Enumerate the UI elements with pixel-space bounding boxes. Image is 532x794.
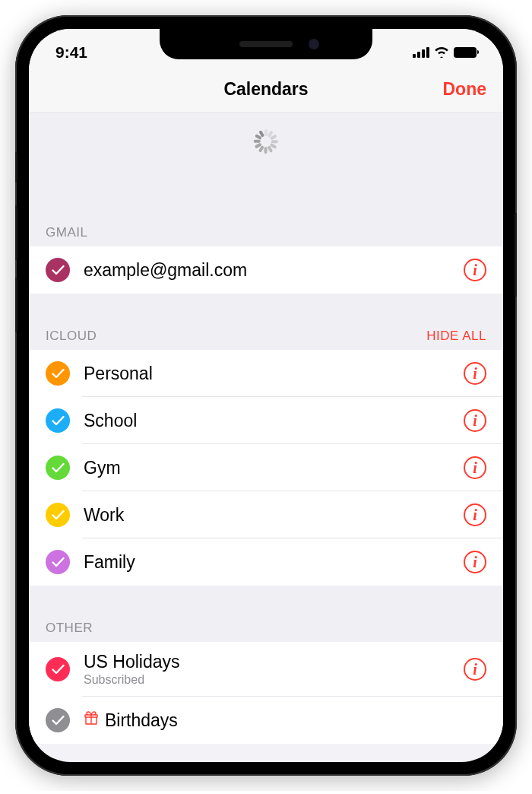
section-header-other: OTHER [29, 615, 503, 642]
calendar-name: US Holidays [84, 652, 464, 672]
section-header-gmail: GMAIL [29, 219, 503, 246]
calendar-name-text: Birthdays [105, 710, 178, 731]
section-label: OTHER [46, 621, 93, 636]
row-text: Work [70, 505, 464, 526]
info-button[interactable]: i [464, 456, 486, 479]
row-text: Family [70, 552, 464, 573]
checkmark-icon [46, 456, 70, 480]
info-button[interactable]: i [464, 658, 486, 681]
calendar-row[interactable]: Gymi [29, 444, 503, 491]
checkmark-icon [46, 258, 70, 282]
status-right [413, 43, 477, 62]
checkmark-icon [46, 657, 70, 681]
calendar-row[interactable]: Birthdays [29, 697, 503, 744]
row-text: Birthdays [70, 710, 486, 731]
checkmark-icon [46, 550, 70, 574]
checkmark-icon [46, 361, 70, 386]
calendar-row[interactable]: Familyi [29, 538, 503, 586]
front-camera [309, 39, 319, 49]
power-button [515, 213, 517, 297]
mute-switch [15, 152, 17, 183]
calendar-name: Work [84, 505, 464, 526]
calendar-row[interactable]: Worki [29, 491, 503, 538]
cellular-signal-icon [413, 47, 429, 58]
volume-down-button [15, 278, 17, 332]
nav-bar: Calendars Done [29, 67, 503, 113]
section-label: GMAIL [46, 225, 87, 240]
calendar-row[interactable]: Schooli [29, 397, 503, 444]
calendar-row[interactable]: Personali [29, 350, 503, 397]
list-other: US Holidays Subscribed i Birthdays [29, 642, 503, 744]
spinner-icon [254, 129, 278, 154]
calendar-row[interactable]: example@gmail.com i [29, 246, 503, 294]
done-button[interactable]: Done [443, 79, 487, 100]
info-button[interactable]: i [464, 362, 486, 385]
list-icloud: PersonaliSchooliGymiWorkiFamilyi [29, 350, 503, 586]
info-button[interactable]: i [464, 503, 486, 526]
section-label: ICLOUD [46, 329, 97, 344]
checkmark-icon [46, 408, 70, 433]
wifi-icon [434, 43, 449, 62]
hide-all-button[interactable]: HIDE ALL [426, 329, 486, 344]
calendar-name: example@gmail.com [84, 260, 464, 281]
list-gmail: example@gmail.com i [29, 246, 503, 294]
screen: 9:41 Calendars Done GMAIL [29, 29, 503, 762]
speaker-grille [239, 41, 293, 47]
pull-to-refresh [29, 113, 503, 219]
notch [160, 29, 372, 59]
calendar-name: Birthdays [84, 710, 486, 731]
info-button[interactable]: i [464, 259, 486, 281]
row-text: Gym [70, 458, 464, 478]
calendar-row[interactable]: US Holidays Subscribed i [29, 642, 503, 697]
calendar-name: School [84, 411, 464, 431]
calendar-name: Personal [84, 364, 464, 384]
calendar-sublabel: Subscribed [84, 673, 464, 687]
battery-icon [454, 47, 477, 58]
page-title: Calendars [223, 79, 308, 100]
gift-icon [84, 710, 99, 730]
row-text: Personal [70, 364, 464, 384]
info-button[interactable]: i [464, 409, 486, 432]
status-time: 9:41 [55, 43, 87, 62]
section-header-icloud: ICLOUD HIDE ALL [29, 322, 503, 350]
checkmark-icon [46, 708, 70, 732]
row-text: US Holidays Subscribed [70, 652, 464, 687]
info-button[interactable]: i [464, 551, 486, 573]
row-text: School [70, 411, 464, 431]
calendar-name: Family [84, 552, 464, 573]
volume-up-button [15, 205, 17, 260]
checkmark-icon [46, 503, 70, 527]
phone-frame: 9:41 Calendars Done GMAIL [15, 15, 517, 776]
row-text: example@gmail.com [70, 260, 464, 281]
calendar-name: Gym [84, 458, 464, 478]
